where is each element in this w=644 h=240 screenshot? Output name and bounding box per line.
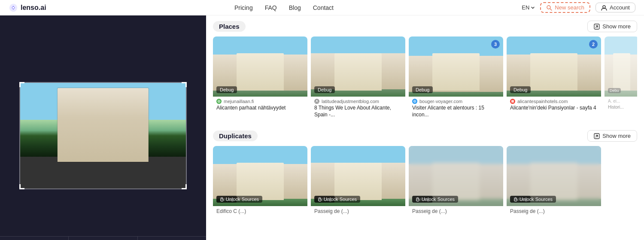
dup-unlock-badge-2: Unlock Sources [314, 196, 360, 203]
places-show-more-button[interactable]: Show more [587, 21, 637, 32]
dup-card-2[interactable]: Debug Unlock Sources Passeig de (...) [311, 146, 405, 217]
dup-card-image-2: Debug Unlock Sources [311, 146, 405, 206]
bottom-actions: Edit photo Save search Filter [0, 236, 206, 240]
save-search-button[interactable]: Save search [69, 236, 137, 240]
filter-button[interactable]: Filter [138, 236, 206, 240]
dup-unlock-badge-1: Unlock Sources [216, 196, 262, 203]
duplicates-show-more-button[interactable]: Show more [587, 130, 637, 142]
nav-contact[interactable]: Contact [313, 4, 334, 11]
main-layout: Edit photo Save search Filter [0, 0, 644, 240]
lock-icon-3 [416, 197, 420, 201]
card-title-4: Alicante'nin'deki Pansiyonlar - sayfa 4 [507, 105, 601, 115]
expand-icon-dup [594, 133, 600, 139]
user-icon [601, 5, 607, 11]
places-section-header: Places Show more [213, 21, 637, 32]
dup-card-image-3: Debug Unlock Sources [409, 146, 503, 206]
dup-card-image-4: Debug Unlock Sources [507, 146, 601, 206]
svg-line-24 [596, 135, 598, 137]
svg-rect-25 [221, 199, 223, 201]
count-badge-3: 3 [491, 40, 500, 49]
dup-card-3[interactable]: Debug Unlock Sources Passeig de (...) [409, 146, 503, 217]
globe-icon [217, 100, 221, 103]
flag-icon [511, 100, 514, 103]
building-image-5 [605, 36, 637, 97]
duplicates-section: Duplicates Show more Debug Unlock Source… [213, 130, 637, 217]
places-section: Places Show more Debug [213, 21, 637, 122]
dup-card-subtitle-2: Passeig de (...) [311, 206, 405, 217]
svg-point-18 [316, 100, 318, 101]
edit-photo-button[interactable]: Edit photo [0, 236, 69, 240]
nav-faq[interactable]: FAQ [265, 4, 277, 11]
corner-br [182, 184, 187, 189]
dup-unlock-badge-3: Unlock Sources [412, 196, 458, 203]
places-card-5-partial: Debu A. ei... Histori... [605, 36, 637, 122]
language-selector[interactable]: EN [522, 4, 535, 11]
debug-badge-2: Debug [314, 86, 335, 93]
svg-rect-26 [319, 199, 321, 201]
account-button[interactable]: Account [595, 3, 635, 12]
left-panel: Edit photo Save search Filter [0, 15, 206, 240]
card-image-2: Debug [311, 36, 405, 97]
card-source-1: mejunaillaan.fi [213, 97, 307, 105]
card-image-4: Debug [507, 36, 601, 97]
main-image [20, 83, 186, 188]
new-search-button[interactable]: New search [540, 2, 590, 13]
person-icon [315, 100, 319, 103]
nav-pricing[interactable]: Pricing [234, 4, 253, 11]
dup-card-subtitle-4: Passeig de (...) [507, 206, 601, 217]
svg-rect-27 [416, 199, 419, 201]
corner-tl [19, 82, 24, 87]
svg-point-1 [12, 6, 15, 9]
nav-blog[interactable]: Blog [289, 4, 301, 11]
lock-icon-4 [513, 197, 518, 201]
svg-line-3 [550, 9, 552, 10]
places-card-1[interactable]: Debug mejunaillaan.fi Alicanten parhaat … [213, 36, 307, 122]
dup-card-subtitle-3: Passeig de (...) [409, 206, 503, 217]
header-right: EN New search Account [522, 2, 635, 13]
places-card-2[interactable]: Debug latitudeadjustmentblog.com 8 Thing… [311, 36, 405, 122]
lock-icon-2 [318, 197, 322, 201]
card-image-3: Debug [409, 36, 503, 97]
card-source-3: bouger-voyager.com [409, 97, 503, 105]
logo-icon [9, 3, 18, 12]
card-source-5: A. ei... [605, 97, 637, 104]
header: lenso.ai Pricing FAQ Blog Contact EN New… [0, 0, 644, 15]
card-title-2: 8 Things We Love About Alicante, Spain -… [311, 105, 405, 122]
debug-badge-4: Debug [510, 86, 531, 93]
duplicates-title: Duplicates [213, 131, 258, 141]
chevron-down-icon [531, 6, 535, 10]
count-badge-4: 2 [589, 40, 598, 49]
svg-rect-22 [511, 100, 514, 103]
logo-text: lenso.ai [21, 4, 46, 12]
card-source-2: latitudeadjustmentblog.com [311, 97, 405, 105]
dup-card-4[interactable]: Debug Unlock Sources Passeig de (...) [507, 146, 601, 217]
dup-card-subtitle-1: Edifico C (...) [213, 206, 307, 217]
corner-bl [19, 184, 24, 189]
card-image-5: Debu [605, 36, 637, 97]
lock-icon-1 [220, 197, 224, 201]
globe-icon-3 [413, 100, 416, 103]
svg-line-14 [596, 26, 598, 28]
source-dot-3 [412, 99, 417, 104]
source-dot-4 [510, 99, 515, 104]
places-card-3[interactable]: Debug 3 bouger-voyager.com Visiter Alica… [409, 36, 503, 122]
places-image-grid: Debug mejunaillaan.fi Alicanten parhaat … [213, 36, 637, 122]
source-dot-1 [216, 99, 222, 104]
card-title-3: Visiter Alicante et alentours : 15 incon… [409, 105, 503, 122]
search-icon [546, 5, 552, 11]
duplicates-section-header: Duplicates Show more [213, 130, 637, 142]
places-card-4[interactable]: Debug 2 alicantespainhotels.com Alicante… [507, 36, 601, 122]
logo[interactable]: lenso.ai [9, 3, 46, 12]
card-title-5: Histori... [605, 104, 637, 113]
duplicates-image-grid: Debug Unlock Sources Edifico C (...) Deb… [213, 146, 637, 217]
right-panel: Places Show more Debug [206, 15, 644, 240]
debug-badge-1: Debug [216, 86, 237, 93]
places-title: Places [213, 21, 246, 32]
source-dot-2 [314, 99, 319, 104]
dup-card-1[interactable]: Debug Unlock Sources Edifico C (...) [213, 146, 307, 217]
card-title-1: Alicanten parhaat nähtävyydet [213, 105, 307, 115]
debug-badge-3: Debug [412, 86, 433, 93]
svg-point-2 [547, 6, 550, 9]
svg-rect-28 [514, 199, 517, 201]
debug-badge-5: Debu [608, 88, 621, 93]
